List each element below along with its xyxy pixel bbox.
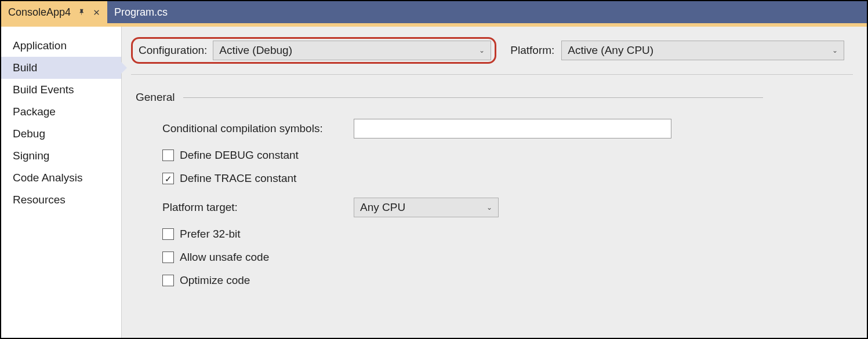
define-debug-checkbox[interactable]	[162, 150, 174, 161]
row-optimize-code: Optimize code	[136, 274, 853, 287]
sidebar-item-label: Build	[13, 61, 37, 74]
sidebar-item-label: Build Events	[13, 83, 74, 96]
section-divider	[183, 97, 763, 98]
prefer-32bit-label: Prefer 32-bit	[180, 228, 241, 240]
sidebar-item-build[interactable]: Build	[1, 57, 121, 79]
allow-unsafe-checkbox[interactable]	[162, 251, 174, 263]
close-icon[interactable]	[93, 9, 100, 16]
sidebar-item-code-analysis[interactable]: Code Analysis	[1, 167, 121, 189]
sidebar-item-label: Debug	[13, 127, 45, 140]
pin-icon[interactable]	[78, 8, 86, 16]
sidebar-item-application[interactable]: Application	[1, 35, 121, 57]
sidebar-item-label: Resources	[13, 194, 66, 206]
chevron-down-icon: ⌄	[486, 203, 492, 212]
sidebar-item-package[interactable]: Package	[1, 101, 121, 123]
platform-target-label: Platform target:	[162, 201, 354, 214]
sidebar-item-signing[interactable]: Signing	[1, 145, 121, 167]
sidebar-item-label: Package	[13, 105, 56, 118]
optimize-code-checkbox[interactable]	[162, 275, 174, 286]
configuration-highlight: Configuration: Active (Debug) ⌄	[131, 37, 496, 64]
sidebar: Application Build Build Events Package D…	[1, 27, 122, 338]
dropdown-value: Active (Any CPU)	[568, 44, 653, 57]
allow-unsafe-label: Allow unsafe code	[180, 251, 269, 264]
sidebar-item-resources[interactable]: Resources	[1, 189, 121, 211]
dropdown-value: Active (Debug)	[219, 44, 292, 57]
sidebar-item-label: Signing	[13, 150, 49, 162]
chevron-down-icon: ⌄	[832, 46, 838, 54]
define-trace-label: Define TRACE constant	[180, 172, 296, 185]
sidebar-item-label: Application	[13, 39, 67, 52]
dropdown-value: Any CPU	[360, 201, 405, 214]
platform-target-dropdown[interactable]: Any CPU ⌄	[354, 198, 499, 217]
tab-label: Program.cs	[114, 6, 168, 19]
section-header: General	[136, 91, 853, 104]
row-conditional-symbols: Conditional compilation symbols:	[136, 119, 853, 138]
conditional-symbols-label: Conditional compilation symbols:	[162, 122, 354, 135]
configuration-bar: Configuration: Active (Debug) ⌄ Platform…	[131, 37, 853, 75]
configuration-dropdown[interactable]: Active (Debug) ⌄	[213, 41, 491, 60]
tab-program-cs[interactable]: Program.cs	[107, 1, 175, 23]
row-prefer-32bit: Prefer 32-bit	[136, 228, 853, 240]
configuration-label: Configuration:	[139, 44, 207, 57]
row-allow-unsafe: Allow unsafe code	[136, 251, 853, 264]
row-define-trace: Define TRACE constant	[136, 172, 853, 185]
platform-dropdown[interactable]: Active (Any CPU) ⌄	[561, 41, 844, 60]
define-trace-checkbox[interactable]	[162, 173, 174, 184]
sidebar-item-build-events[interactable]: Build Events	[1, 79, 121, 101]
sidebar-item-debug[interactable]: Debug	[1, 123, 121, 145]
platform-label: Platform:	[510, 44, 554, 57]
chevron-down-icon: ⌄	[479, 46, 485, 54]
prefer-32bit-checkbox[interactable]	[162, 228, 174, 240]
optimize-code-label: Optimize code	[180, 274, 250, 287]
tab-label: ConsoleApp4	[8, 6, 71, 19]
conditional-symbols-input[interactable]	[354, 119, 671, 138]
tab-bar: ConsoleApp4 Program.cs	[1, 1, 867, 23]
sidebar-item-label: Code Analysis	[13, 172, 82, 184]
row-define-debug: Define DEBUG constant	[136, 149, 853, 162]
define-debug-label: Define DEBUG constant	[180, 149, 299, 162]
section-general: General Conditional compilation symbols:…	[131, 91, 853, 287]
section-title: General	[136, 91, 175, 104]
content-pane: Configuration: Active (Debug) ⌄ Platform…	[122, 27, 867, 338]
row-platform-target: Platform target: Any CPU ⌄	[136, 198, 853, 217]
tab-project-properties[interactable]: ConsoleApp4	[1, 1, 107, 23]
